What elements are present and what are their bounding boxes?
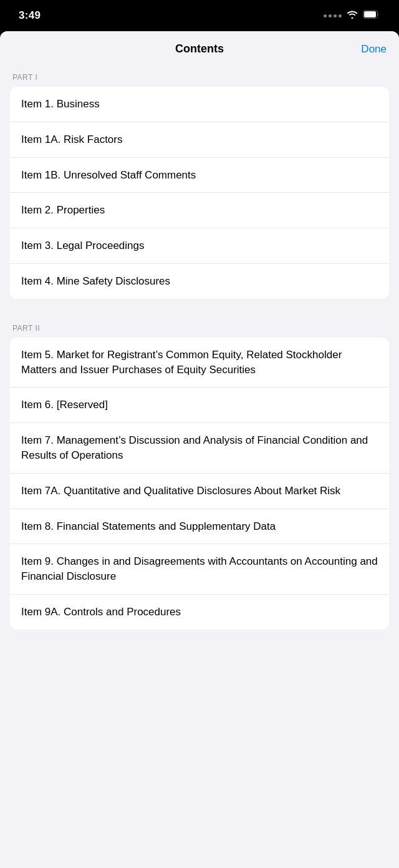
sheet-title: Contents: [175, 42, 224, 56]
contents-sheet: Contents Done PART I Item 1. Business It…: [0, 31, 399, 868]
svg-rect-1: [364, 11, 376, 17]
list-item[interactable]: Item 9. Changes in and Disagreements wit…: [10, 544, 389, 595]
list-item[interactable]: Item 6. [Reserved]: [10, 388, 389, 423]
status-bar: 3:49: [0, 0, 399, 31]
list-item[interactable]: Item 7. Management’s Discussion and Anal…: [10, 423, 389, 474]
part-i-card: Item 1. Business Item 1A. Risk Factors I…: [10, 87, 389, 299]
list-item[interactable]: Item 2. Properties: [10, 193, 389, 228]
part-i-label: PART I: [0, 63, 399, 87]
signal-icon: [324, 14, 342, 17]
status-time: 3:49: [19, 9, 41, 22]
list-item[interactable]: Item 1. Business: [10, 87, 389, 122]
list-item[interactable]: Item 1A. Risk Factors: [10, 122, 389, 158]
list-item[interactable]: Item 5. Market for Registrant’s Common E…: [10, 338, 389, 388]
list-item[interactable]: Item 7A. Quantitative and Qualitative Di…: [10, 474, 389, 509]
list-item[interactable]: Item 9A. Controls and Procedures: [10, 595, 389, 630]
done-button[interactable]: Done: [361, 41, 387, 58]
part-ii-card: Item 5. Market for Registrant’s Common E…: [10, 338, 389, 630]
list-item[interactable]: Item 4. Mine Safety Disclosures: [10, 264, 389, 299]
sheet-header: Contents Done: [0, 31, 399, 63]
wifi-icon: [347, 10, 358, 21]
part-ii-label: PART II: [0, 314, 399, 338]
battery-icon: [363, 10, 380, 21]
list-item[interactable]: Item 1B. Unresolved Staff Comments: [10, 158, 389, 193]
list-item[interactable]: Item 8. Financial Statements and Supplem…: [10, 509, 389, 545]
status-icons: [324, 10, 380, 21]
list-item[interactable]: Item 3. Legal Proceedings: [10, 228, 389, 264]
